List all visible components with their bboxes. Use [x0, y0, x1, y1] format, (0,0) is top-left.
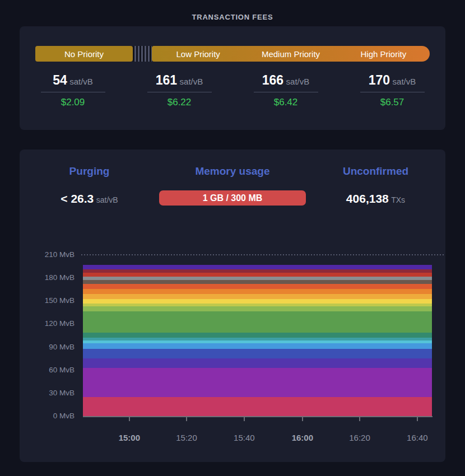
y-axis-label: 120 MvB: [24, 319, 75, 328]
fee-rate-value: 54: [53, 73, 67, 87]
fee-divider: [254, 92, 318, 92]
x-axis-label: 16:20: [349, 433, 370, 442]
fee-col-high-priority: 170 sat/vB $6.57: [339, 73, 445, 108]
medium-priority-segment[interactable]: Medium Priority: [244, 46, 337, 62]
gridline-210: [81, 254, 444, 255]
y-axis-label: 210 MvB: [24, 250, 75, 259]
fee-divider: [360, 92, 425, 92]
fee-rate-unit: sat/vB: [69, 77, 93, 86]
fee-divider: [147, 92, 212, 92]
y-axis-label: 60 MvB: [24, 366, 75, 374]
no-priority-label: No Priority: [64, 49, 104, 59]
fee-col-no-priority: 54 sat/vB $2.09: [20, 73, 126, 108]
mempool-size-chart: 210 MvB180 MvB150 MvB120 MvB90 MvB60 MvB…: [20, 150, 445, 462]
fee-rate-value: 166: [262, 73, 283, 87]
priority-bar: No Priority Low Priority Medium Priority…: [35, 46, 430, 62]
fee-divider: [41, 92, 105, 92]
fee-price: $6.42: [274, 97, 298, 108]
x-axis-tick: [129, 417, 130, 421]
fee-rate-unit: sat/vB: [286, 77, 310, 86]
priority-stripes-divider: [133, 46, 152, 62]
x-axis-tick: [186, 417, 187, 421]
y-axis-label: 150 MvB: [24, 296, 75, 305]
fee-rate-unit: sat/vB: [180, 77, 203, 86]
x-axis-tick: [244, 417, 245, 421]
high-priority-label: High Priority: [360, 49, 406, 59]
fee-col-low-priority: 161 sat/vB $6.22: [126, 73, 232, 108]
fee-rate-unit: sat/vB: [393, 77, 416, 86]
y-axis-label: 0 MvB: [24, 412, 75, 420]
mempool-dashboard: TRANSACTION FEES No Priority Low Priorit…: [0, 0, 465, 476]
medium-priority-label: Medium Priority: [262, 49, 320, 59]
transaction-fees-card: No Priority Low Priority Medium Priority…: [20, 26, 445, 130]
low-priority-segment[interactable]: Low Priority: [152, 46, 244, 62]
x-axis-tick: [359, 417, 360, 421]
x-axis-tick: [417, 417, 418, 421]
fee-price: $2.09: [61, 97, 85, 108]
fee-rate-value: 170: [369, 73, 390, 87]
fee-price: $6.22: [168, 97, 192, 108]
y-axis-label: 90 MvB: [24, 343, 75, 351]
mempool-card: Purging < 26.3 sat/vB Memory usage 1 GB …: [20, 150, 445, 462]
x-axis-baseline: [83, 416, 433, 417]
page-title: TRANSACTION FEES: [0, 13, 465, 21]
stacked-area-plot[interactable]: [83, 265, 432, 416]
x-axis-label: 15:20: [176, 433, 197, 442]
low-priority-label: Low Priority: [176, 49, 220, 59]
x-axis-label: 15:40: [234, 433, 255, 442]
high-priority-segment[interactable]: High Priority: [337, 46, 430, 62]
no-priority-badge[interactable]: No Priority: [35, 46, 133, 62]
fee-price: $6.57: [380, 97, 404, 108]
x-axis-label: 15:00: [119, 433, 140, 442]
x-axis-label: 16:40: [407, 433, 428, 442]
fee-col-medium-priority: 166 sat/vB $6.42: [232, 73, 339, 108]
y-axis-label: 30 MvB: [24, 389, 75, 397]
x-axis-tick: [302, 417, 303, 421]
fee-rate-value: 161: [156, 73, 177, 87]
y-axis-label: 180 MvB: [24, 273, 75, 282]
priority-gradient-bar: Low Priority Medium Priority High Priori…: [152, 46, 430, 62]
fee-values-row: 54 sat/vB $2.09 161 sat/vB $6.22 166 sat…: [20, 73, 445, 108]
x-axis-label: 16:00: [292, 433, 313, 442]
